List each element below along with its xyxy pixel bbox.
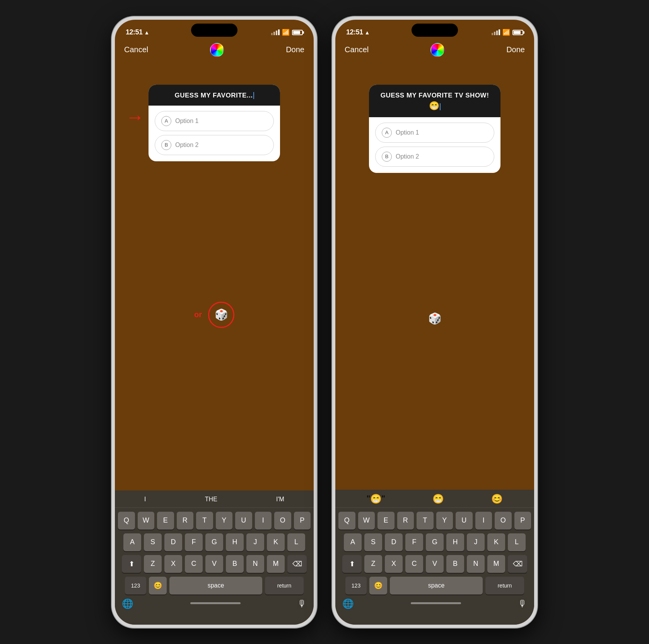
color-wheel-left[interactable]	[210, 43, 224, 57]
key-u-right[interactable]: U	[456, 512, 473, 530]
predict-emoji-3-right[interactable]: 😊	[491, 494, 503, 504]
predict-i-left[interactable]: I	[137, 494, 154, 504]
key-m-left[interactable]: M	[267, 555, 285, 573]
key-v-left[interactable]: V	[205, 555, 223, 573]
quiz-option-a-right[interactable]: A Option 1	[375, 123, 494, 143]
key-f-left[interactable]: F	[185, 533, 203, 551]
key-r-left[interactable]: R	[177, 512, 194, 530]
key-d-right[interactable]: D	[385, 533, 403, 551]
key-j-right[interactable]: J	[467, 533, 485, 551]
cancel-button-right[interactable]: Cancel	[345, 45, 369, 54]
key-i-left[interactable]: I	[255, 512, 272, 530]
key-emoji-right[interactable]: 😊	[369, 577, 387, 594]
key-i-right[interactable]: I	[475, 512, 492, 530]
globe-icon-right[interactable]: 🌐	[342, 598, 354, 609]
mic-icon-left[interactable]: 🎙	[297, 598, 307, 609]
key-row-4-left: 123 😊 space return	[118, 577, 311, 594]
key-y-right[interactable]: Y	[436, 512, 453, 530]
quiz-title-emoji-row: 😁	[429, 101, 441, 111]
key-row-2-right: A S D F G H J K L	[338, 533, 531, 551]
key-return-right[interactable]: return	[485, 577, 524, 594]
mic-icon-right[interactable]: 🎙	[518, 598, 527, 609]
key-p-left[interactable]: P	[294, 512, 311, 530]
key-w-left[interactable]: W	[138, 512, 155, 530]
quiz-widget-left[interactable]: GUESS MY FAVORITE... A Option 1 B Option…	[149, 85, 280, 161]
key-a-left[interactable]: A	[123, 533, 141, 551]
key-o-right[interactable]: O	[495, 512, 512, 530]
key-r-right[interactable]: R	[397, 512, 414, 530]
dynamic-island-right	[412, 24, 458, 37]
key-p-right[interactable]: P	[514, 512, 531, 530]
option-badge-b-left: B	[161, 140, 171, 150]
quiz-widget-right[interactable]: GUESS MY FAVORITE TV SHOW! 😁 A Option 1 …	[369, 85, 500, 173]
globe-icon-left[interactable]: 🌐	[122, 598, 133, 609]
key-return-left[interactable]: return	[265, 577, 304, 594]
key-e-right[interactable]: E	[377, 512, 395, 530]
key-123-right[interactable]: 123	[345, 577, 367, 594]
top-bar-left: Cancel Done	[115, 40, 314, 61]
key-u-left[interactable]: U	[235, 512, 252, 530]
key-v-right[interactable]: V	[426, 555, 444, 573]
key-z-right[interactable]: Z	[364, 555, 382, 573]
quiz-option-b-right[interactable]: B Option 2	[375, 147, 494, 167]
home-indicator-left	[190, 602, 241, 604]
key-c-right[interactable]: C	[405, 555, 423, 573]
key-s-left[interactable]: S	[144, 533, 162, 551]
key-d-left[interactable]: D	[164, 533, 182, 551]
key-z-left[interactable]: Z	[144, 555, 162, 573]
predict-emoji-1-right[interactable]: "😁"	[367, 494, 385, 504]
key-shift-left[interactable]: ⬆	[122, 555, 141, 573]
predict-the-left[interactable]: THE	[197, 494, 225, 504]
option-text-a-left: Option 1	[175, 118, 198, 125]
predict-emoji-2-right[interactable]: 😁	[432, 494, 444, 504]
key-h-right[interactable]: H	[446, 533, 464, 551]
quiz-option-a-left[interactable]: A Option 1	[155, 111, 274, 131]
predict-im-left[interactable]: I'M	[268, 494, 292, 504]
key-t-left[interactable]: T	[196, 512, 213, 530]
option-badge-a-right: A	[382, 128, 392, 138]
key-delete-left[interactable]: ⌫	[287, 555, 307, 573]
key-x-left[interactable]: X	[164, 555, 182, 573]
key-emoji-left[interactable]: 😊	[149, 577, 167, 594]
battery-icon-left	[292, 30, 303, 35]
key-n-left[interactable]: N	[246, 555, 264, 573]
key-b-right[interactable]: B	[446, 555, 464, 573]
key-shift-right[interactable]: ⬆	[342, 555, 362, 573]
done-button-right[interactable]: Done	[506, 45, 525, 54]
key-l-left[interactable]: L	[287, 533, 305, 551]
key-h-left[interactable]: H	[226, 533, 244, 551]
key-w-right[interactable]: W	[358, 512, 375, 530]
key-q-right[interactable]: Q	[338, 512, 355, 530]
key-delete-right[interactable]: ⌫	[508, 555, 527, 573]
key-space-left[interactable]: space	[169, 577, 262, 594]
key-l-right[interactable]: L	[508, 533, 526, 551]
done-button-left[interactable]: Done	[286, 45, 304, 54]
key-m-right[interactable]: M	[487, 555, 505, 573]
key-b-left[interactable]: B	[226, 555, 244, 573]
key-x-right[interactable]: X	[385, 555, 403, 573]
predictive-emoji-bar-right: "😁" 😁 😊	[335, 490, 534, 508]
key-c-left[interactable]: C	[185, 555, 203, 573]
key-k-right[interactable]: K	[487, 533, 505, 551]
color-wheel-right[interactable]	[430, 43, 444, 57]
quiz-title-text-left: GUESS MY FAVORITE...	[174, 92, 253, 99]
key-s-right[interactable]: S	[364, 533, 382, 551]
key-y-left[interactable]: Y	[216, 512, 233, 530]
key-f-right[interactable]: F	[405, 533, 423, 551]
key-a-right[interactable]: A	[344, 533, 362, 551]
key-n-right[interactable]: N	[467, 555, 485, 573]
key-o-left[interactable]: O	[274, 512, 291, 530]
key-g-right[interactable]: G	[426, 533, 444, 551]
key-123-left[interactable]: 123	[125, 577, 146, 594]
key-t-right[interactable]: T	[417, 512, 434, 530]
cancel-button-left[interactable]: Cancel	[124, 45, 148, 54]
option-text-b-right: Option 2	[396, 153, 419, 160]
key-j-left[interactable]: J	[246, 533, 264, 551]
key-q-left[interactable]: Q	[118, 512, 135, 530]
quiz-option-b-left[interactable]: B Option 2	[155, 135, 274, 155]
key-space-right[interactable]: space	[390, 577, 483, 594]
keyboard-area-left: I THE I'M Q W E R T Y U I O P	[115, 490, 314, 625]
key-k-left[interactable]: K	[267, 533, 285, 551]
key-g-left[interactable]: G	[205, 533, 223, 551]
key-e-left[interactable]: E	[157, 512, 174, 530]
